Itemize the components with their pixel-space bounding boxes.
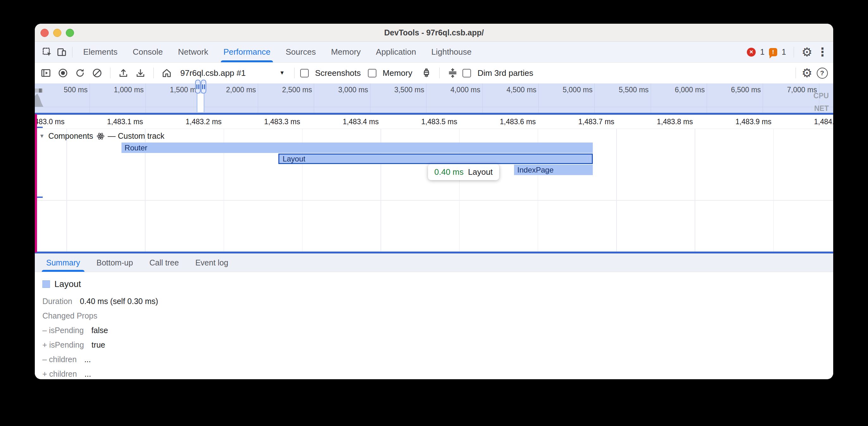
overview-tick-label: 4,500 ms <box>479 86 536 94</box>
issues-badge-icon[interactable]: ! <box>769 48 777 56</box>
traffic-lights <box>40 29 74 37</box>
flame-chart[interactable]: ▼ Components — Custom track 0.40 ms Layo… <box>35 129 833 252</box>
upload-profile-icon[interactable] <box>116 66 131 80</box>
window-title: DevTools - 97r6ql.csb.app/ <box>384 28 484 37</box>
tab-console[interactable]: Console <box>125 42 170 62</box>
help-icon[interactable]: ? <box>815 66 829 80</box>
summary-row-value: ... <box>85 369 91 379</box>
tab-elements[interactable]: Elements <box>75 42 125 62</box>
flame-gridline <box>616 129 617 252</box>
record-and-reload-icon[interactable] <box>73 66 87 80</box>
dim-3rd-parties-checkbox[interactable] <box>462 69 471 77</box>
memory-label: Memory <box>383 68 412 78</box>
detail-time-ruler: 1,483.0 ms1,483.1 ms1,483.2 ms1,483.3 ms… <box>35 115 833 129</box>
overview-tick-label: 3,000 ms <box>311 86 368 94</box>
kebab-menu-icon[interactable]: ⋮ <box>817 46 828 58</box>
minimized-track-dash <box>37 127 43 128</box>
target-selector-dropdown[interactable]: 97r6ql.csb.app #1 ▼ <box>177 68 288 78</box>
maximize-window-button[interactable] <box>66 29 74 37</box>
divider <box>796 68 796 78</box>
tab-call-tree[interactable]: Call tree <box>141 254 187 272</box>
tab-performance[interactable]: Performance <box>216 42 278 62</box>
selection-window[interactable] <box>197 94 204 112</box>
ruler-tick-label: 1,483.0 ms <box>35 118 65 126</box>
overview-tick-label: 500 ms <box>35 86 88 94</box>
ruler-tick-label: 1,483.9 ms <box>695 118 772 126</box>
divider <box>110 68 111 78</box>
home-live-metrics-icon[interactable] <box>159 66 174 80</box>
chevron-down-icon: ▼ <box>279 70 285 76</box>
close-window-button[interactable] <box>40 29 49 37</box>
tab-application[interactable]: Application <box>368 42 424 62</box>
tooltip-label: Layout <box>468 167 493 177</box>
inspect-element-icon[interactable] <box>40 45 54 59</box>
collapse-triangle-icon[interactable]: ▼ <box>39 133 44 139</box>
summary-row-label: Changed Props <box>42 311 97 321</box>
selection-handle-right[interactable] <box>201 79 206 94</box>
ruler-tick-label: 1,483.5 ms <box>381 118 457 126</box>
flame-bar-label: IndexPage <box>514 166 554 174</box>
react-atom-icon <box>96 132 105 140</box>
overview-tick-label: 2,000 ms <box>199 86 256 94</box>
overview-tick-label: 6,000 ms <box>648 86 705 94</box>
overview-separator <box>35 107 833 107</box>
components-track-header[interactable]: ▼ Components — Custom track <box>39 131 164 141</box>
tab-network[interactable]: Network <box>170 42 216 62</box>
issue-count: 1 <box>782 47 786 57</box>
target-selector-value: 97r6ql.csb.app #1 <box>180 68 246 78</box>
divider <box>794 47 794 58</box>
dim-3rd-parties-label: Dim 3rd parties <box>477 68 533 78</box>
selection-handle-left[interactable] <box>195 79 200 94</box>
flame-bar-router[interactable]: Router <box>121 142 593 153</box>
record-icon[interactable] <box>56 66 70 80</box>
divider <box>294 68 294 78</box>
tab-lighthouse[interactable]: Lighthouse <box>424 42 479 62</box>
tab-event-log[interactable]: Event log <box>187 254 236 272</box>
summary-title: Layout <box>54 279 81 289</box>
screenshots-checkbox[interactable] <box>300 69 309 77</box>
divider <box>439 68 440 78</box>
flame-bar-indexpage[interactable]: IndexPage <box>514 165 592 175</box>
performance-toolbar: 97r6ql.csb.app #1 ▼ Screenshots Memory <box>35 63 833 84</box>
left-edge-marker <box>35 114 37 253</box>
tab-sources[interactable]: Sources <box>278 42 323 62</box>
summary-row-label: + isPending <box>42 340 84 350</box>
toggle-sidebar-icon[interactable] <box>39 66 53 80</box>
settings-gear-icon[interactable]: ⚙ <box>802 46 812 58</box>
garbage-collect-icon[interactable] <box>419 66 434 80</box>
capture-settings-gear-icon[interactable]: ⚙ <box>802 67 812 79</box>
net-lane-label: NET <box>814 104 829 113</box>
error-badge-icon[interactable]: × <box>747 48 756 57</box>
download-profile-icon[interactable] <box>133 66 148 80</box>
summary-row-label: – isPending <box>42 326 84 335</box>
track-bottom-line <box>35 200 833 201</box>
ruler-tick-label: 1,483.3 ms <box>224 118 300 126</box>
flame-bar-label: Router <box>121 143 147 152</box>
ruler-tick-label: 1,483.8 ms <box>617 118 693 126</box>
divider <box>153 68 154 78</box>
collapse-tracks-icon[interactable] <box>445 66 460 80</box>
overview-tick-label: 5,500 ms <box>592 86 649 94</box>
error-count: 1 <box>760 47 765 57</box>
memory-checkbox[interactable] <box>368 69 376 77</box>
screenshots-label: Screenshots <box>315 68 361 78</box>
overview-tick-label: 3,500 ms <box>367 86 424 94</box>
ruler-tick-label: 1,483.4 ms <box>303 118 379 126</box>
timeline-overview[interactable]: CPU NET 500 ms1,000 ms1,500 ms2,000 ms2,… <box>35 84 833 113</box>
tab-memory[interactable]: Memory <box>323 42 368 62</box>
tab-summary[interactable]: Summary <box>38 254 88 272</box>
device-toolbar-icon[interactable] <box>54 45 69 59</box>
overview-tick-label: 6,500 ms <box>704 86 761 94</box>
minimize-window-button[interactable] <box>53 29 61 37</box>
summary-row-label: + children <box>42 369 77 379</box>
summary-pane: Layout Duration0.40 ms (self 0.30 ms) Ch… <box>35 272 833 379</box>
summary-row-value: ... <box>84 355 91 364</box>
divider <box>72 47 72 58</box>
title-bar: DevTools - 97r6ql.csb.app/ <box>35 24 833 42</box>
flame-gridline <box>695 129 695 252</box>
clear-icon[interactable] <box>90 66 104 80</box>
flame-bar-layout[interactable]: Layout <box>278 154 592 164</box>
overview-gridline <box>819 84 819 113</box>
track-label: Components <box>49 131 93 141</box>
tab-bottom-up[interactable]: Bottom-up <box>88 254 141 272</box>
